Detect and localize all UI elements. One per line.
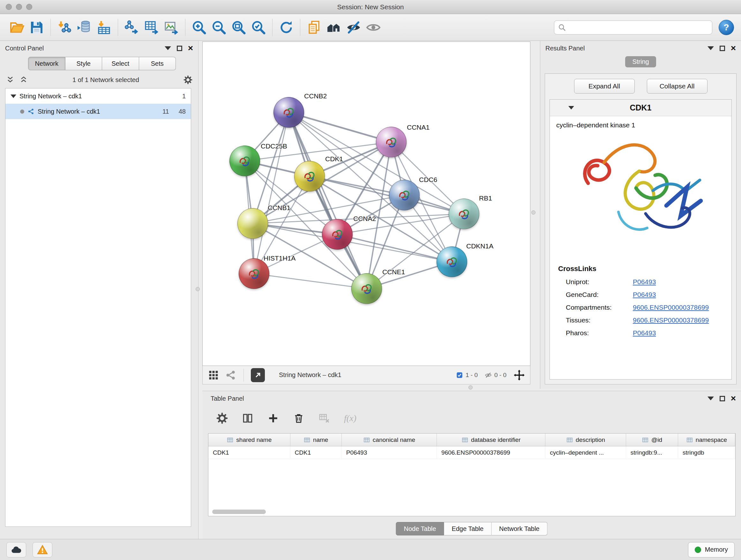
table-cell[interactable]: stringdb:9... bbox=[626, 446, 678, 459]
fit-selected-crosshair-icon[interactable] bbox=[514, 369, 525, 381]
import-network-button[interactable] bbox=[55, 17, 74, 37]
float-panel-icon[interactable] bbox=[177, 46, 182, 51]
table-cell[interactable]: stringdb bbox=[678, 446, 735, 459]
maximize-window-button[interactable] bbox=[26, 4, 32, 10]
close-panel-icon[interactable] bbox=[188, 44, 193, 53]
network-node-CDK1[interactable] bbox=[294, 161, 325, 192]
network-view-icon[interactable] bbox=[225, 369, 237, 381]
tab-sets[interactable]: Sets bbox=[139, 57, 176, 70]
close-window-button[interactable] bbox=[6, 4, 12, 10]
collapse-all-networks-icon[interactable] bbox=[6, 75, 15, 84]
add-column-icon[interactable] bbox=[267, 413, 279, 424]
bottom-splitter-grip[interactable] bbox=[468, 385, 473, 389]
network-node-CCNA1[interactable] bbox=[376, 127, 407, 158]
export-image-button[interactable] bbox=[161, 17, 181, 37]
column-header-canonical-name[interactable]: canonical name bbox=[342, 434, 437, 446]
table-cell[interactable]: 9606.ENSP00000378699 bbox=[437, 446, 545, 459]
table-cell[interactable]: CDK1 bbox=[208, 446, 290, 459]
node-label-CDKN1A: CDKN1A bbox=[466, 242, 493, 250]
hidden-counter: 0 - 0 bbox=[485, 372, 507, 379]
network-node-CCNE1[interactable] bbox=[351, 273, 382, 304]
network-row[interactable]: String Network – cdk1 11 48 bbox=[5, 104, 191, 119]
import-table-button[interactable] bbox=[94, 17, 114, 37]
column-header-@id[interactable]: @id bbox=[626, 434, 678, 446]
crosslink-link[interactable]: P06493 bbox=[633, 329, 656, 337]
show-graphics-button[interactable] bbox=[363, 17, 383, 37]
table-row[interactable]: CDK1CDK1P064939606.ENSP00000378699cyclin… bbox=[208, 446, 735, 459]
import-table-icon bbox=[96, 20, 112, 35]
network-node-CCNB1[interactable] bbox=[238, 208, 268, 239]
column-header-description[interactable]: description bbox=[545, 434, 626, 446]
tab-style[interactable]: Style bbox=[65, 57, 103, 70]
column-header-shared-name[interactable]: shared name bbox=[208, 434, 290, 446]
search-box[interactable] bbox=[554, 20, 712, 35]
cloud-status-button[interactable] bbox=[6, 542, 26, 557]
selected-checkbox-icon[interactable] bbox=[456, 372, 463, 379]
panel-menu-icon[interactable] bbox=[708, 396, 714, 400]
import-database-button[interactable] bbox=[74, 17, 94, 37]
float-panel-icon[interactable] bbox=[720, 46, 725, 51]
delete-column-icon[interactable] bbox=[293, 413, 305, 424]
network-options-gear-icon[interactable] bbox=[184, 75, 192, 84]
horizontal-scrollbar[interactable] bbox=[212, 509, 266, 514]
network-collection-row[interactable]: String Network – cdk1 1 bbox=[5, 88, 191, 104]
crosslink-link[interactable]: P06493 bbox=[633, 278, 656, 286]
zoom-selected-button[interactable] bbox=[249, 17, 268, 37]
warnings-button[interactable] bbox=[32, 542, 52, 557]
zoom-out-button[interactable] bbox=[209, 17, 229, 37]
float-panel-icon[interactable] bbox=[720, 396, 725, 401]
table-cell[interactable]: CDK1 bbox=[290, 446, 342, 459]
tab-edge-table[interactable]: Edge Table bbox=[444, 522, 491, 536]
memory-button[interactable]: Memory bbox=[688, 542, 735, 557]
refresh-button[interactable] bbox=[276, 17, 296, 37]
hidden-eye-icon[interactable] bbox=[485, 372, 492, 379]
home-view-button[interactable] bbox=[324, 17, 344, 37]
table-cell[interactable]: P06493 bbox=[342, 446, 437, 459]
right-splitter-grip[interactable] bbox=[531, 210, 536, 214]
column-header-namespace[interactable]: namespace bbox=[678, 434, 735, 446]
network-node-CDC6[interactable] bbox=[389, 180, 420, 210]
export-table-button[interactable] bbox=[142, 17, 161, 37]
help-button[interactable] bbox=[719, 20, 734, 35]
open-session-button[interactable] bbox=[7, 17, 27, 37]
search-input[interactable] bbox=[569, 23, 709, 31]
table-options-gear-icon[interactable] bbox=[216, 413, 228, 424]
tab-network-table[interactable]: Network Table bbox=[491, 522, 547, 536]
minimize-window-button[interactable] bbox=[16, 4, 22, 10]
close-panel-icon[interactable] bbox=[731, 44, 736, 53]
panel-menu-icon[interactable] bbox=[165, 46, 171, 50]
zoom-fit-button[interactable] bbox=[229, 17, 249, 37]
table-cell[interactable]: cyclin–dependent ... bbox=[545, 446, 626, 459]
expand-all-button[interactable]: Expand All bbox=[574, 79, 635, 94]
network-node-CCNA2[interactable] bbox=[322, 219, 353, 250]
network-node-CDKN1A[interactable] bbox=[436, 246, 467, 277]
zoom-in-button[interactable] bbox=[189, 17, 209, 37]
string-tab-badge[interactable]: String bbox=[625, 56, 656, 67]
hide-graphics-button[interactable] bbox=[344, 17, 363, 37]
crosslink-link[interactable]: P06493 bbox=[633, 291, 656, 299]
crosslink-link[interactable]: 9606.ENSP00000378699 bbox=[633, 304, 709, 311]
close-panel-icon[interactable] bbox=[731, 394, 736, 403]
expand-all-networks-icon[interactable] bbox=[19, 75, 28, 84]
network-node-CCNB2[interactable] bbox=[273, 97, 304, 128]
save-session-button[interactable] bbox=[27, 17, 47, 37]
show-columns-icon[interactable] bbox=[242, 413, 253, 424]
column-header-database-identifier[interactable]: database identifier bbox=[437, 434, 545, 446]
panel-menu-icon[interactable] bbox=[708, 46, 714, 50]
network-node-CDC25B[interactable] bbox=[229, 145, 260, 176]
collapse-all-button[interactable]: Collapse All bbox=[647, 79, 708, 94]
tab-select[interactable]: Select bbox=[102, 57, 139, 70]
detach-view-button[interactable] bbox=[251, 368, 265, 382]
tab-network[interactable]: Network bbox=[28, 57, 65, 70]
network-canvas[interactable]: CCNB2CCNA1CDC25BCDK1CDC6RB1CCNB1CCNA2CDK… bbox=[202, 42, 530, 366]
export-network-button[interactable] bbox=[122, 17, 142, 37]
network-node-RB1[interactable] bbox=[449, 199, 479, 229]
grid-view-icon[interactable] bbox=[208, 369, 219, 381]
collection-expand-icon[interactable] bbox=[10, 95, 16, 98]
tab-node-table[interactable]: Node Table bbox=[396, 522, 444, 536]
left-splitter-grip[interactable] bbox=[196, 287, 200, 291]
duplicate-view-button[interactable] bbox=[304, 17, 324, 37]
column-header-name[interactable]: name bbox=[290, 434, 342, 446]
crosslink-link[interactable]: 9606.ENSP00000378699 bbox=[633, 316, 709, 324]
network-node-HIST1H1A[interactable] bbox=[239, 258, 269, 289]
